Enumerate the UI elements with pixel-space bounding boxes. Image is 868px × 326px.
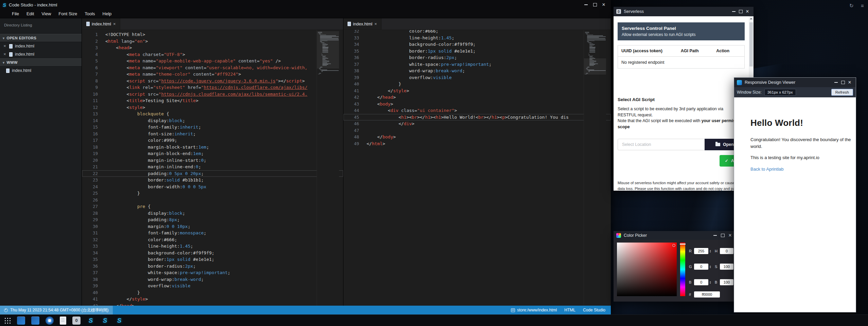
code-line[interactable]: 26 (82, 197, 343, 204)
code-line[interactable]: 46 </div> (343, 120, 611, 127)
code-line[interactable]: 39 overflow:visible (82, 283, 343, 289)
code-line[interactable]: 32 color:#666; (82, 236, 343, 243)
code-editor[interactable]: 1<!DOCTYPE html>2<html lang="en">3 <head… (82, 30, 343, 306)
code-line[interactable]: 4 <meta charset="UTF-8"> (82, 51, 343, 58)
code-line[interactable]: 21 margin-inline-end:0; (82, 164, 343, 170)
hue-slider[interactable] (680, 243, 685, 296)
window-size-value[interactable]: 361px x 627px (764, 89, 796, 96)
stepper-icons[interactable] (710, 265, 711, 269)
code-line[interactable]: 43 <body> (343, 101, 611, 108)
status-app-name[interactable]: Code Studio (583, 308, 605, 312)
status-language[interactable]: HTML (564, 308, 575, 312)
code-line[interactable]: 33 line-height:1.45; (343, 35, 611, 41)
code-line[interactable]: 35 border:1px solid #e1e1e1; (343, 48, 611, 55)
tree-file-item[interactable]: index.html (0, 66, 82, 75)
code-line[interactable]: 48 </body> (343, 134, 611, 140)
saturation-value-input[interactable]: 100 (720, 264, 733, 270)
open-editor-item[interactable]: index.html (0, 50, 82, 58)
code-line[interactable]: 7 <meta name="theme-color" content="#ff9… (82, 71, 343, 78)
code-line[interactable]: 40 } (343, 81, 611, 88)
code-line[interactable]: 37 white-space:pre-wrap!important; (343, 61, 611, 68)
blue-value-input[interactable]: 0 (694, 279, 708, 285)
section-www[interactable]: WWW (0, 58, 82, 66)
open-editor-item[interactable]: index.html (0, 42, 82, 50)
code-line[interactable]: 35 border:1px solid #e1e1e1; (82, 256, 343, 263)
code-line[interactable]: 33 line-height:1.45; (82, 243, 343, 250)
code-line[interactable]: 17 color:#999; (82, 137, 343, 144)
serverless-icon[interactable] (72, 317, 81, 325)
code-line[interactable]: 47 (343, 127, 611, 134)
status-file-path[interactable]: store:/www/index.html (511, 308, 557, 312)
back-to-aprintlab-link[interactable]: Back to Aprintlab (750, 167, 784, 172)
code-line[interactable]: 39 overflow:visible (343, 74, 611, 81)
code-line[interactable]: 32 color:#666; (343, 30, 611, 35)
refresh-button[interactable]: Refresh (831, 89, 853, 96)
code-line[interactable]: 6 <meta name="viewport" content="user-sc… (82, 64, 343, 71)
code-line[interactable]: 36 border-radius:2px; (343, 54, 611, 61)
minimize-button[interactable] (730, 7, 737, 16)
code-line[interactable]: 42 </head> (82, 303, 343, 306)
code-line[interactable]: 29 padding:8px; (82, 216, 343, 223)
close-button[interactable] (726, 231, 734, 240)
code-line[interactable]: 24 border-width:0 0 0 5px (82, 184, 343, 190)
menu-edit[interactable]: Edit (23, 10, 38, 18)
hex-value-input[interactable]: ff0000 (694, 291, 720, 298)
brightness-value-input[interactable]: 100 (720, 279, 733, 285)
status-clock-segment[interactable]: Thu May 11 2023 21:54:48 GMT+0800 (台北標準時… (0, 306, 113, 314)
code-line[interactable]: 18 margin-block-start:1em; (82, 144, 343, 151)
code-line[interactable]: 23 border:solid #b1b1b1; (82, 177, 343, 184)
code-line[interactable]: 1<!DOCTYPE html> (82, 31, 343, 38)
code-line[interactable]: 22 padding:0 5px 0 20px; (82, 170, 343, 177)
code-line[interactable]: 20 margin-inline-start:0; (82, 157, 343, 164)
code-line[interactable]: 12 <style> (82, 104, 343, 111)
green-value-input[interactable]: 0 (694, 264, 708, 270)
code-line[interactable]: 31 font-family:monospace; (82, 230, 343, 236)
stepper-icons[interactable] (710, 249, 711, 253)
code-line[interactable]: 5 <meta name="apple-mobile-web-app-capab… (82, 58, 343, 64)
document-icon[interactable] (60, 317, 66, 325)
code-line[interactable]: 11 <title>Testing Site</title> (82, 97, 343, 104)
code-studio-icon[interactable] (101, 317, 109, 325)
scroll-up-icon[interactable] (750, 18, 752, 19)
select-location-input[interactable] (618, 139, 705, 150)
code-studio-icon[interactable] (115, 317, 123, 325)
close-icon[interactable] (3, 44, 7, 49)
code-line[interactable]: 19 margin-block-end:1em; (82, 150, 343, 157)
menu-font-size[interactable]: Font Size (55, 10, 81, 18)
code-line[interactable]: 38 word-wrap:break-word; (82, 276, 343, 283)
red-value-input[interactable]: 255 (694, 248, 708, 254)
minimize-button[interactable] (833, 78, 839, 87)
serverless-titlebar[interactable]: Serverless (614, 7, 754, 16)
stepper-icons[interactable] (710, 281, 711, 284)
code-line[interactable]: 25 } (82, 190, 343, 197)
code-line[interactable]: 45 <h1><br></h1><h1>Hello World!<br></h1… (343, 114, 611, 121)
scrollbar-thumb[interactable] (749, 22, 753, 66)
code-line[interactable]: 38 word-wrap:break-word; (343, 68, 611, 74)
code-line[interactable]: 44 <div class="ui container"> (343, 107, 611, 114)
code-line[interactable]: 34 background-color:#f9f9f9; (343, 41, 611, 48)
hue-value-input[interactable]: 0 (720, 248, 733, 254)
menu-tools[interactable]: Tools (81, 10, 99, 18)
maximize-button[interactable] (839, 78, 846, 87)
code-line[interactable]: 49</html> (343, 140, 611, 147)
code-line[interactable]: 9 <link rel="stylesheet" href="https://c… (82, 84, 343, 91)
maximize-button[interactable] (590, 0, 599, 9)
code-line[interactable]: 27 pre { (82, 203, 343, 210)
tab-index-html[interactable]: index.html (343, 18, 382, 30)
close-button[interactable] (599, 0, 608, 9)
close-button[interactable] (846, 78, 853, 87)
minimap[interactable] (317, 30, 339, 306)
code-line[interactable]: 14 display:block; (82, 117, 343, 124)
tab-close-icon[interactable] (113, 22, 116, 26)
window-icon[interactable] (31, 317, 39, 325)
viewer-titlebar[interactable]: Responsive Design Viewer (734, 78, 856, 87)
maximize-button[interactable] (719, 231, 726, 240)
code-line[interactable]: 42 </head> (343, 94, 611, 101)
tab-close-icon[interactable] (374, 22, 377, 26)
code-line[interactable]: 16 font-size:inherit; (82, 131, 343, 137)
menu-view[interactable]: View (38, 10, 55, 18)
hue-marker[interactable] (680, 244, 686, 245)
close-icon[interactable] (3, 52, 7, 57)
menu-help[interactable]: Help (99, 10, 116, 18)
menu-icon[interactable]: ≡ (861, 3, 864, 8)
